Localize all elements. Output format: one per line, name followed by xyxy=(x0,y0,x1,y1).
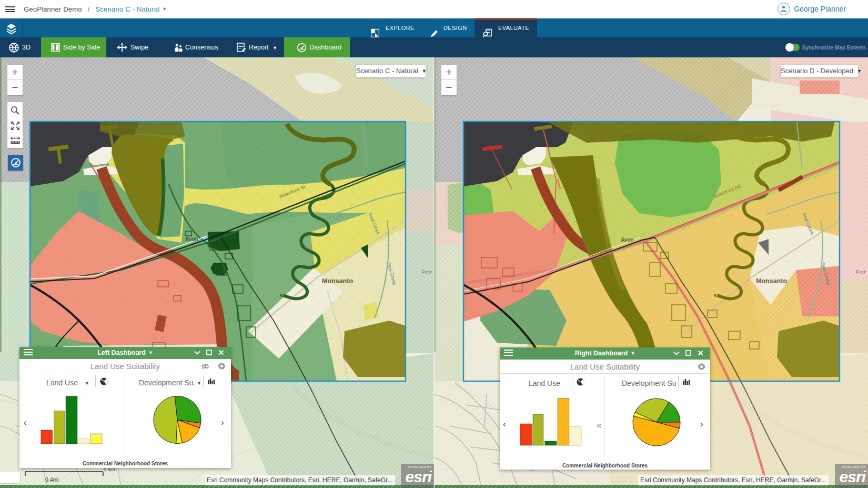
svg-text:0.4mi: 0.4mi xyxy=(45,476,59,483)
